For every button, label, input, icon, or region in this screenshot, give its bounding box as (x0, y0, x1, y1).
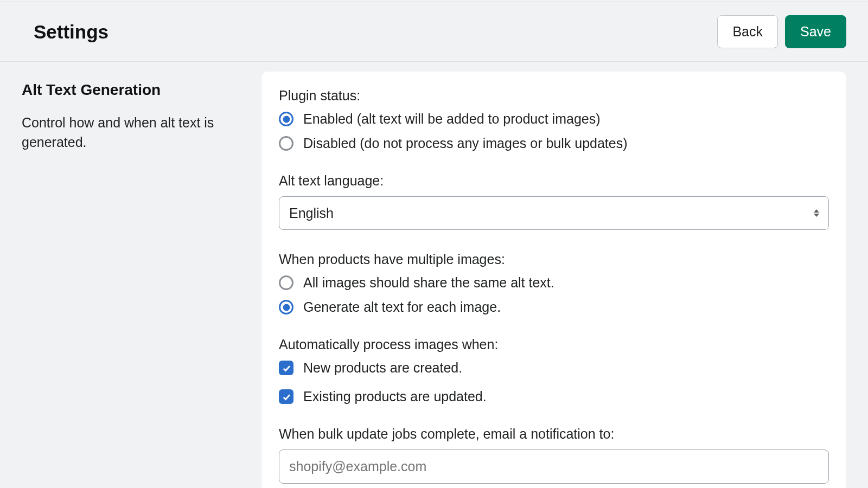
settings-header: Settings Back Save (0, 2, 868, 62)
section-title: Alt Text Generation (22, 81, 240, 99)
language-select[interactable]: English (279, 196, 829, 230)
language-group: Alt text language: English (279, 173, 829, 230)
radio-disabled[interactable] (279, 136, 293, 151)
radio-enabled[interactable] (279, 112, 293, 126)
language-label: Alt text language: (279, 173, 829, 189)
radio-share-alt-label[interactable]: All images should share the same alt tex… (303, 275, 554, 291)
plugin-status-enabled-row[interactable]: Enabled (alt text will be added to produ… (279, 111, 829, 127)
save-button[interactable]: Save (785, 15, 846, 48)
radio-enabled-label[interactable]: Enabled (alt text will be added to produ… (303, 111, 601, 127)
language-select-wrapper: English (279, 196, 829, 230)
plugin-status-disabled-row[interactable]: Disabled (do not process any images or b… (279, 136, 829, 151)
multiple-images-group: When products have multiple images: All … (279, 252, 829, 315)
checkbox-updated-products-label[interactable]: Existing products are updated. (303, 389, 487, 404)
auto-new-row[interactable]: New products are created. (279, 360, 829, 376)
radio-disabled-label[interactable]: Disabled (do not process any images or b… (303, 136, 628, 151)
multiple-images-label: When products have multiple images: (279, 252, 829, 267)
section-summary: Alt Text Generation Control how and when… (22, 72, 240, 488)
notification-group: When bulk update jobs complete, email a … (279, 426, 829, 484)
auto-process-group: Automatically process images when: New p… (279, 337, 829, 404)
section-description: Control how and when alt text is generat… (22, 113, 240, 152)
back-button[interactable]: Back (717, 15, 778, 48)
settings-card: Plugin status: Enabled (alt text will be… (261, 72, 846, 488)
radio-each-alt-label[interactable]: Generate alt text for each image. (303, 299, 501, 315)
auto-updated-row[interactable]: Existing products are updated. (279, 389, 829, 404)
content-area: Alt Text Generation Control how and when… (0, 62, 868, 488)
page-title: Settings (34, 21, 108, 43)
check-icon (282, 392, 291, 402)
checkbox-new-products[interactable] (279, 361, 293, 375)
header-actions: Back Save (717, 15, 846, 48)
radio-each-alt[interactable] (279, 300, 293, 314)
plugin-status-label: Plugin status: (279, 88, 829, 104)
plugin-status-group: Plugin status: Enabled (alt text will be… (279, 88, 829, 151)
notification-label: When bulk update jobs complete, email a … (279, 426, 829, 442)
auto-process-label: Automatically process images when: (279, 337, 829, 352)
multi-share-row[interactable]: All images should share the same alt tex… (279, 275, 829, 291)
multi-each-row[interactable]: Generate alt text for each image. (279, 299, 829, 315)
radio-share-alt[interactable] (279, 275, 293, 290)
checkbox-updated-products[interactable] (279, 389, 293, 404)
check-icon (282, 363, 291, 373)
checkbox-new-products-label[interactable]: New products are created. (303, 360, 462, 376)
notification-email-input[interactable] (279, 450, 829, 484)
